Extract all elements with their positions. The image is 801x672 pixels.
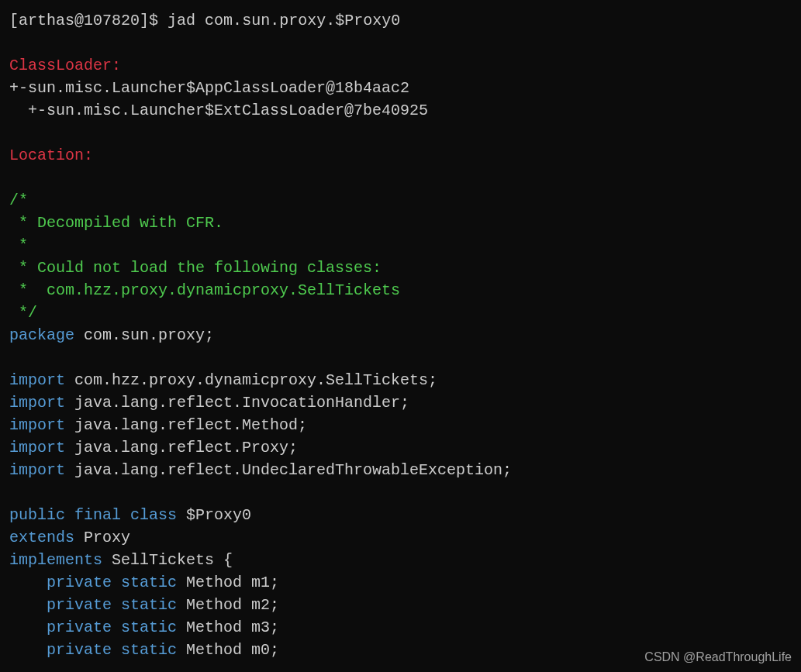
import-line-4: import java.lang.reflect.Proxy; xyxy=(9,439,298,457)
classloader-line-2: +-sun.misc.Launcher$ExtClassLoader@7be40… xyxy=(9,102,428,119)
import-3: java.lang.reflect.Method; xyxy=(74,416,307,434)
class-name: $Proxy0 xyxy=(186,506,251,524)
static-keyword-3: static xyxy=(121,619,177,636)
field-line-1: private static Method m1; xyxy=(9,574,279,591)
comment-decompiled: * Decompiled with CFR. xyxy=(9,214,223,232)
import-line-1: import com.hzz.proxy.dynamicproxy.SellTi… xyxy=(9,371,437,389)
prompt-user: arthas xyxy=(19,12,74,29)
extends-line: extends Proxy xyxy=(9,529,130,546)
package-keyword: package xyxy=(9,326,74,344)
import-4: java.lang.reflect.Proxy; xyxy=(74,439,298,457)
prompt-dollar: $ xyxy=(149,12,158,29)
static-keyword-4: static xyxy=(121,641,177,659)
package-line: package com.sun.proxy; xyxy=(9,326,214,344)
package-name: com.sun.proxy; xyxy=(84,326,214,344)
static-keyword-1: static xyxy=(121,574,177,591)
import-line-5: import java.lang.reflect.UndeclaredThrow… xyxy=(9,461,512,479)
field-line-3: private static Method m3; xyxy=(9,619,279,636)
prompt-line: [arthas@107820]$ jad com.sun.proxy.$Prox… xyxy=(9,12,400,29)
field-line-2: private static Method m2; xyxy=(9,596,279,614)
private-keyword-4: private xyxy=(47,641,112,659)
prompt-close-bracket: ] xyxy=(140,12,149,29)
import-keyword-3: import xyxy=(9,416,65,434)
implements-line: implements SellTickets { xyxy=(9,551,233,569)
private-keyword-1: private xyxy=(47,574,112,591)
classloader-line-1: +-sun.misc.Launcher$AppClassLoader@18b4a… xyxy=(9,79,409,97)
prompt-at: @ xyxy=(74,12,84,29)
import-keyword-2: import xyxy=(9,394,65,412)
field-4: Method m0; xyxy=(186,641,279,659)
comment-could-not-load: * Could not load the following classes: xyxy=(9,259,382,277)
import-line-3: import java.lang.reflect.Method; xyxy=(9,416,307,434)
public-keyword: public xyxy=(9,506,65,524)
comment-close: */ xyxy=(9,304,37,322)
private-keyword-2: private xyxy=(47,596,112,614)
extends-keyword: extends xyxy=(9,529,74,546)
comment-open: /* xyxy=(9,191,28,209)
final-keyword: final xyxy=(74,506,121,524)
prompt-host: 107820 xyxy=(84,12,140,29)
command-text: jad com.sun.proxy.$Proxy0 xyxy=(167,12,400,29)
field-2: Method m2; xyxy=(186,596,279,614)
field-3: Method m3; xyxy=(186,619,279,636)
static-keyword-2: static xyxy=(121,596,177,614)
implements-name: SellTickets { xyxy=(112,551,233,569)
class-keyword: class xyxy=(130,506,177,524)
watermark: CSDN @ReadThroughLife xyxy=(644,648,792,666)
comment-class-name: * com.hzz.proxy.dynamicproxy.SellTickets xyxy=(9,281,400,299)
import-5: java.lang.reflect.UndeclaredThrowableExc… xyxy=(74,461,512,479)
import-keyword-1: import xyxy=(9,371,65,389)
class-decl-line: public final class $Proxy0 xyxy=(9,506,251,524)
comment-star: * xyxy=(9,236,28,254)
import-2: java.lang.reflect.InvocationHandler; xyxy=(74,394,409,412)
classloader-header: ClassLoader: xyxy=(9,57,121,74)
field-line-4: private static Method m0; xyxy=(9,641,279,659)
location-header: Location: xyxy=(9,146,93,164)
import-1: com.hzz.proxy.dynamicproxy.SellTickets; xyxy=(74,371,437,389)
field-1: Method m1; xyxy=(186,574,279,591)
private-keyword-3: private xyxy=(47,619,112,636)
implements-keyword: implements xyxy=(9,551,102,569)
import-keyword-5: import xyxy=(9,461,65,479)
import-line-2: import java.lang.reflect.InvocationHandl… xyxy=(9,394,409,412)
prompt-open-bracket: [ xyxy=(9,12,19,29)
extends-name: Proxy xyxy=(84,529,130,546)
import-keyword-4: import xyxy=(9,439,65,457)
